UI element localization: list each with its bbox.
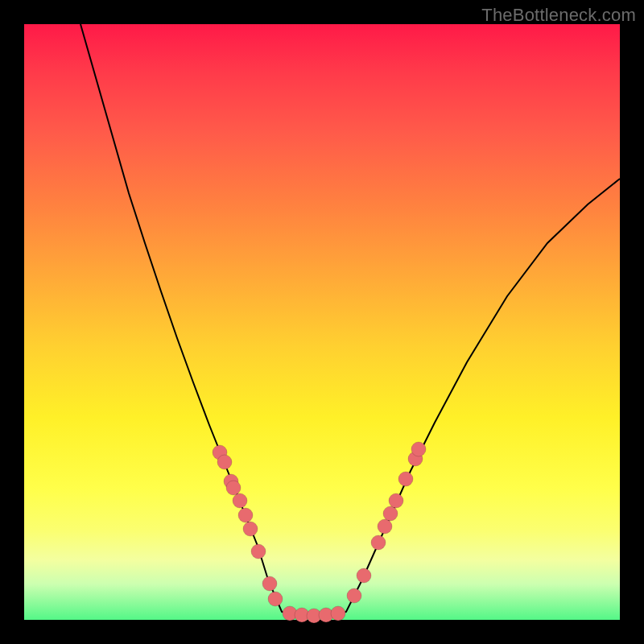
dot-right: [371, 535, 386, 550]
dot-left: [217, 455, 232, 469]
dot-right: [383, 506, 398, 521]
dot-left: [268, 592, 283, 606]
dot-left: [251, 544, 266, 559]
dot-right: [357, 568, 371, 583]
curve-layer: [24, 24, 620, 620]
bottleneck-curve: [80, 24, 620, 618]
dot-right: [378, 519, 392, 534]
dot-left: [226, 481, 241, 495]
dot-right: [398, 472, 413, 486]
dot-valley: [331, 606, 345, 621]
outer-frame: TheBottleneck.com: [0, 0, 644, 644]
dot-left: [243, 522, 258, 536]
dot-right: [347, 588, 361, 603]
dot-right: [411, 442, 426, 456]
dot-left: [238, 508, 253, 522]
dot-left: [262, 576, 277, 591]
watermark-text: TheBottleneck.com: [481, 5, 636, 26]
dot-right: [389, 493, 403, 508]
dot-left: [233, 493, 247, 508]
